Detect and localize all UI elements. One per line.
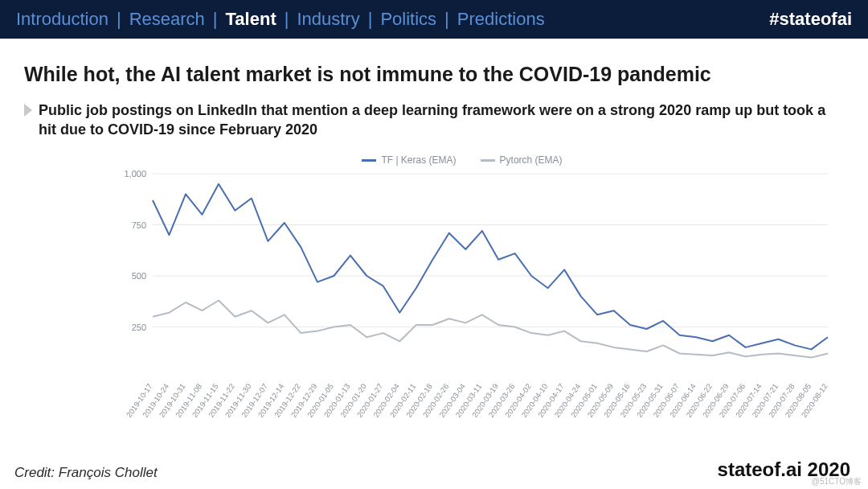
hashtag: #stateofai [769, 9, 852, 30]
nav-item-politics[interactable]: Politics [380, 9, 436, 30]
nav-separator: | [205, 9, 226, 30]
nav-separator: | [360, 9, 381, 30]
nav-item-predictions[interactable]: Predictions [457, 9, 545, 30]
series-line [153, 300, 828, 357]
page-title: While hot, the AI talent market is not i… [24, 63, 844, 86]
nav-separator: | [108, 9, 129, 30]
nav-separator: | [276, 9, 297, 30]
series-line [153, 183, 828, 349]
legend-swatch-icon [481, 159, 495, 162]
legend-label: TF | Keras (EMA) [381, 154, 456, 166]
y-tick-label: 750 [132, 220, 146, 229]
nav: Introduction|Research|Talent|Industry|Po… [16, 9, 545, 30]
page-subtitle: Public job postings on LinkedIn that men… [39, 101, 844, 140]
legend-label: Pytorch (EMA) [500, 154, 563, 166]
nav-separator: | [436, 9, 457, 30]
nav-item-research[interactable]: Research [129, 9, 205, 30]
watermark: @51CTO博客 [812, 476, 862, 487]
nav-item-industry[interactable]: Industry [297, 9, 359, 30]
chart: TF | Keras (EMA)Pytorch (EMA) 2505007501… [24, 146, 844, 438]
legend-swatch-icon [362, 159, 376, 162]
topbar: Introduction|Research|Talent|Industry|Po… [0, 0, 868, 39]
footer: Credit: François Chollet stateof.ai 2020 [14, 458, 850, 481]
legend-item: Pytorch (EMA) [481, 154, 563, 166]
nav-item-introduction[interactable]: Introduction [16, 9, 108, 30]
content: While hot, the AI talent market is not i… [0, 39, 868, 438]
chart-svg: 2505007501,0002019-10-172019-10-242019-1… [113, 169, 836, 434]
chart-legend: TF | Keras (EMA)Pytorch (EMA) [113, 154, 812, 166]
y-tick-label: 250 [132, 322, 146, 331]
bullet-arrow-icon [24, 104, 32, 117]
legend-item: TF | Keras (EMA) [362, 154, 456, 166]
credit-text: Credit: François Chollet [14, 465, 158, 481]
y-tick-label: 1,000 [124, 169, 146, 179]
nav-item-talent[interactable]: Talent [226, 9, 276, 30]
y-tick-label: 500 [132, 271, 146, 281]
